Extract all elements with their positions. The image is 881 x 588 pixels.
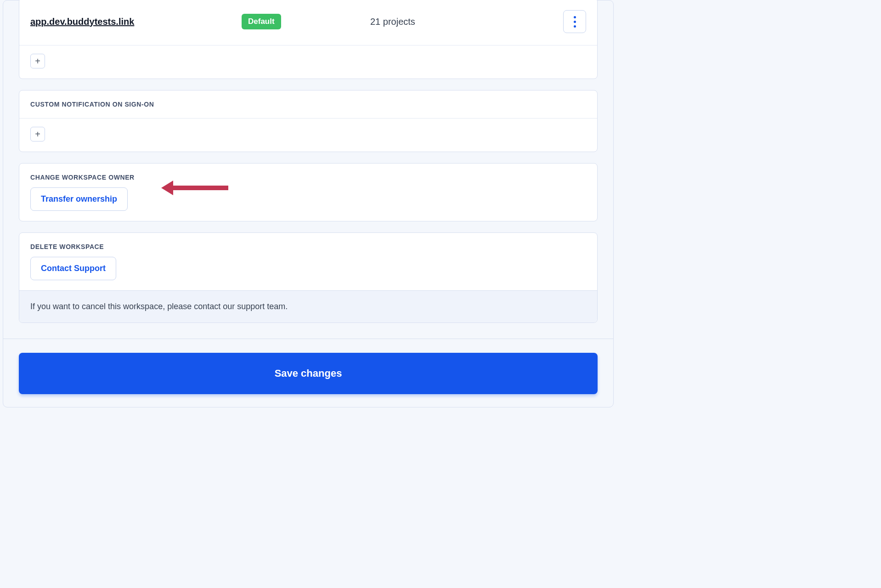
card-body: Transfer ownership [19,187,597,221]
card-header: CUSTOM NOTIFICATION ON SIGN-ON [19,90,597,119]
add-domain-button[interactable]: + [30,54,45,68]
domains-card: app.dev.buddytests.link Default 21 proje… [19,0,598,79]
plus-icon: + [35,56,40,67]
card-body: + [19,119,597,152]
contact-support-button[interactable]: Contact Support [30,257,116,280]
add-domain-row: + [19,45,597,79]
plus-icon: + [35,129,40,140]
kebab-icon [574,16,576,28]
settings-page: app.dev.buddytests.link Default 21 proje… [3,0,614,407]
change-owner-card: CHANGE WORKSPACE OWNER Transfer ownershi… [19,163,598,221]
projects-count: 21 projects [370,17,545,27]
domain-actions-button[interactable] [563,10,586,33]
delete-workspace-card: DELETE WORKSPACE Contact Support If you … [19,232,598,323]
domain-row: app.dev.buddytests.link Default 21 proje… [19,0,597,45]
add-notification-button[interactable]: + [30,127,45,141]
delete-footer-note: If you want to cancel this workspace, pl… [19,290,597,322]
card-header: CHANGE WORKSPACE OWNER [19,164,597,187]
card-body: Contact Support [19,257,597,290]
save-bar: Save changes [3,339,613,394]
transfer-ownership-button[interactable]: Transfer ownership [30,187,128,211]
default-badge: Default [242,14,281,29]
card-header: DELETE WORKSPACE [19,233,597,257]
custom-notification-card: CUSTOM NOTIFICATION ON SIGN-ON + [19,90,598,152]
domain-link[interactable]: app.dev.buddytests.link [30,17,242,27]
save-changes-button[interactable]: Save changes [19,353,598,394]
